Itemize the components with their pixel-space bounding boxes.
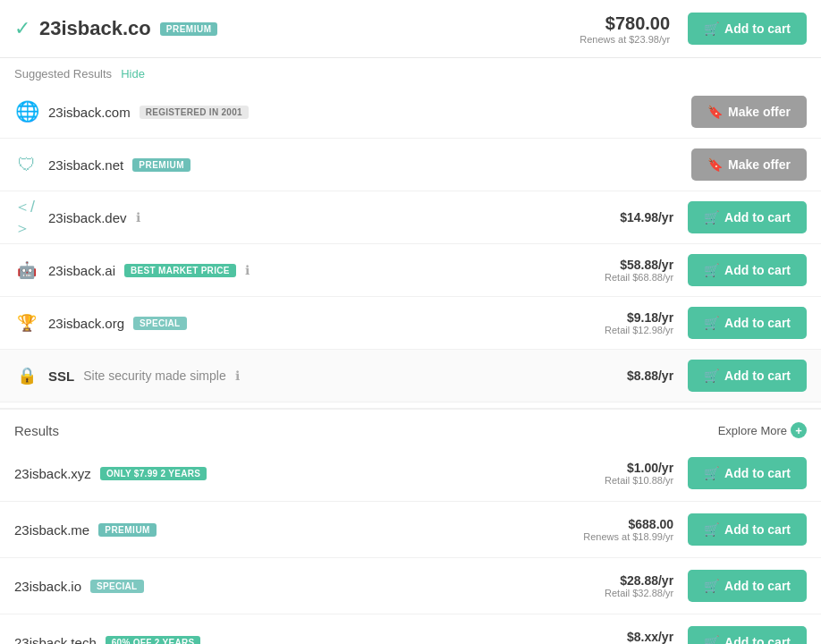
cart-label-me: Add to cart — [724, 522, 791, 537]
cart-label-ai: Add to cart — [724, 263, 791, 277]
domain-name-ai: 23isback.ai — [48, 263, 115, 278]
check-icon: ✓ — [14, 17, 30, 40]
price-retail-xyz: Retail $10.88/yr — [605, 475, 673, 486]
add-to-cart-button-io[interactable]: 🛒 Add to cart — [688, 570, 807, 602]
explore-plus-icon: + — [791, 422, 807, 438]
add-to-cart-button-tech[interactable]: 🛒 Add to cart — [688, 626, 807, 644]
price-ai: $58.88/yr — [605, 258, 673, 272]
result-row-me: 23isback.me PREMIUM $688.00 Renews at $1… — [0, 502, 821, 558]
offer-icon-com: 🔖 — [707, 105, 723, 119]
result-row-xyz: 23isback.xyz ONLY $7.99 2 YEARS $1.00/yr… — [0, 445, 821, 502]
featured-right: $780.00 Renews at $23.98/yr 🛒 Add to car… — [580, 13, 807, 45]
cart-label-xyz: Add to cart — [724, 466, 791, 480]
info-icon-ssl[interactable]: ℹ — [235, 369, 240, 383]
suggested-domain-right-ai: $58.88/yr Retail $68.88/yr 🛒 Add to cart — [605, 254, 807, 286]
ssl-row: 🔒 SSL Site security made simple ℹ $8.88/… — [0, 350, 821, 402]
add-to-cart-button-ssl[interactable]: 🛒 Add to cart — [688, 360, 807, 392]
result-row-io: 23isback.io SPECIAL $28.88/yr Retail $32… — [0, 558, 821, 614]
lock-icon-ssl: 🔒 — [14, 363, 39, 388]
trophy-icon-org: 🏆 — [14, 310, 39, 335]
domain-name-dev: 23isback.dev — [48, 210, 127, 225]
result-domain-io: 23isback.io — [14, 579, 81, 594]
ssl-left: 🔒 SSL Site security made simple ℹ — [14, 363, 240, 388]
offer-label-net: Make offer — [728, 157, 791, 172]
cart-icon-io: 🛒 — [704, 579, 719, 593]
domain-badge-org: SPECIAL — [133, 317, 186, 330]
suggested-domain-right-com: 🔖 Make offer — [691, 96, 807, 128]
cart-icon-tech: 🛒 — [704, 635, 719, 644]
page-container: ✓ 23isback.co PREMIUM $780.00 Renews at … — [0, 0, 821, 644]
price-dev: $14.98/yr — [620, 210, 673, 225]
cart-label-dev: Add to cart — [724, 210, 791, 225]
add-to-cart-button-xyz[interactable]: 🛒 Add to cart — [688, 457, 807, 489]
suggested-domain-left-ai: 🤖 23isback.ai BEST MARKET PRICE ℹ — [14, 258, 605, 283]
explore-more-button[interactable]: Explore More + — [718, 422, 807, 438]
results-header: Results Explore More + — [0, 408, 821, 445]
offer-label-com: Make offer — [728, 105, 791, 119]
price-io: $28.88/yr — [605, 573, 673, 588]
featured-cart-label: Add to cart — [724, 21, 791, 36]
price-retail-ai: Retail $68.88/yr — [605, 272, 673, 283]
cart-label-ssl: Add to cart — [724, 369, 791, 383]
cart-icon-xyz: 🛒 — [704, 466, 719, 480]
featured-price: $780.00 — [580, 13, 670, 34]
price-ssl: $8.88/yr — [627, 369, 673, 383]
suggested-row-com: 🌐 23isback.com REGISTERED IN 2001 🔖 Make… — [0, 86, 821, 139]
result-badge-tech: 60% OFF 2 YEARS — [106, 636, 201, 645]
featured-domain: 23isback.co — [39, 17, 151, 40]
price-xyz: $1.00/yr — [605, 461, 673, 475]
featured-row: ✓ 23isback.co PREMIUM $780.00 Renews at … — [0, 0, 821, 58]
result-left-me: 23isback.me PREMIUM — [14, 522, 157, 538]
cart-label-io: Add to cart — [724, 579, 791, 593]
result-domain-me: 23isback.me — [14, 522, 89, 538]
results-title: Results — [14, 423, 59, 438]
price-block-dev: $14.98/yr — [620, 210, 673, 225]
price-block-ssl: $8.88/yr — [627, 369, 673, 383]
make-offer-button-com[interactable]: 🔖 Make offer — [691, 96, 807, 128]
result-left-tech: 23isback.tech 60% OFF 2 YEARS — [14, 635, 200, 645]
price-block-io: $28.88/yr Retail $32.88/yr — [605, 573, 673, 598]
result-right-me: $688.00 Renews at $18.99/yr 🛒 Add to car… — [583, 513, 807, 546]
price-retail-io: Retail $32.88/yr — [605, 588, 673, 598]
price-block-xyz: $1.00/yr Retail $10.88/yr — [605, 461, 673, 486]
suggested-section-label: Suggested Results Hide — [0, 58, 821, 86]
make-offer-button-net[interactable]: 🔖 Make offer — [691, 148, 807, 181]
cart-icon-ai: 🛒 — [704, 263, 719, 277]
domain-name-org: 23isback.org — [48, 316, 124, 331]
info-icon-ai[interactable]: ℹ — [245, 263, 250, 277]
domain-badge-ai: BEST MARKET PRICE — [124, 264, 236, 277]
ssl-name: SSL — [48, 369, 74, 384]
featured-left: ✓ 23isback.co PREMIUM — [14, 17, 217, 40]
ssl-right: $8.88/yr 🛒 Add to cart — [627, 360, 807, 392]
price-block-org: $9.18/yr Retail $12.98/yr — [605, 310, 673, 335]
robot-icon-ai: 🤖 — [14, 258, 39, 283]
code-icon-dev: ＜/＞ — [14, 205, 39, 230]
offer-icon-net: 🔖 — [707, 157, 723, 172]
suggested-domain-left-net: 🛡 23isback.net PREMIUM — [14, 152, 691, 177]
globe-icon-com: 🌐 — [14, 99, 39, 124]
price-block-me: $688.00 Renews at $18.99/yr — [583, 517, 673, 542]
price-retail-org: Retail $12.98/yr — [605, 325, 673, 335]
cart-icon: 🛒 — [704, 21, 719, 36]
add-to-cart-button-org[interactable]: 🛒 Add to cart — [688, 307, 807, 339]
result-badge-io: SPECIAL — [90, 580, 143, 593]
info-icon-dev[interactable]: ℹ — [136, 210, 140, 225]
suggested-domain-right-net: 🔖 Make offer — [691, 148, 807, 181]
suggested-row-net: 🛡 23isback.net PREMIUM 🔖 Make offer — [0, 139, 821, 191]
cart-icon-me: 🛒 — [704, 522, 719, 537]
suggested-domain-left-dev: ＜/＞ 23isback.dev ℹ — [14, 205, 620, 230]
domain-name-com: 23isback.com — [48, 105, 131, 120]
price-tech: $8.xx/yr — [605, 630, 673, 644]
suggested-hide-link[interactable]: Hide — [121, 67, 145, 80]
add-to-cart-button-dev[interactable]: 🛒 Add to cart — [688, 201, 807, 233]
domain-badge-com: REGISTERED IN 2001 — [140, 106, 249, 119]
result-right-io: $28.88/yr Retail $32.88/yr 🛒 Add to cart — [605, 570, 807, 602]
add-to-cart-button-ai[interactable]: 🛒 Add to cart — [688, 254, 807, 286]
featured-add-to-cart-button[interactable]: 🛒 Add to cart — [688, 13, 807, 45]
featured-renews: Renews at $23.98/yr — [580, 34, 670, 45]
add-to-cart-button-me[interactable]: 🛒 Add to cart — [688, 513, 807, 546]
featured-premium-badge: PREMIUM — [160, 22, 218, 36]
domain-name-net: 23isback.net — [48, 157, 123, 173]
result-left-xyz: 23isback.xyz ONLY $7.99 2 YEARS — [14, 466, 207, 481]
suggested-label-text: Suggested Results — [14, 67, 112, 80]
